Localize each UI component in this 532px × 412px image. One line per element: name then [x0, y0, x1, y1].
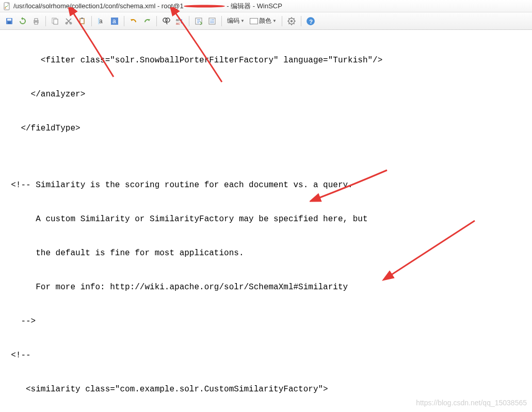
code-line: A custom Similarity or SimilarityFactory…	[0, 213, 532, 225]
a-right-icon[interactable]: a	[108, 15, 121, 27]
separator	[124, 16, 124, 26]
editor-content[interactable]: <filter class="solr.SnowballPorterFilter…	[0, 30, 532, 412]
cut-icon[interactable]	[62, 15, 75, 27]
caret-icon: ▼	[240, 19, 245, 23]
separator	[189, 16, 189, 26]
watermark-text: https://blog.csdn.net/qq_15038565	[416, 399, 527, 407]
code-line: <!--	[0, 350, 532, 361]
code-line: For more info: http://wiki.apache.org/so…	[0, 282, 532, 293]
separator	[45, 16, 46, 26]
encoding-dropdown[interactable]: 编码 ▼	[225, 15, 247, 27]
svg-point-27	[291, 20, 293, 22]
svg-rect-13	[80, 19, 84, 23]
window-title: /usr/local/solrhome/collection1/conf/sch…	[13, 2, 180, 10]
save-icon[interactable]	[3, 15, 15, 27]
svg-rect-7	[35, 22, 38, 24]
window-title-suffix: - 编辑器 - WinSCP	[225, 2, 282, 11]
code-line: <filter class="solr.SnowballPorterFilter…	[0, 55, 532, 66]
reload-icon[interactable]	[17, 15, 29, 27]
svg-point-1	[5, 7, 6, 8]
svg-text:ab: ab	[176, 18, 180, 22]
separator	[91, 16, 92, 26]
separator	[301, 16, 301, 26]
color-swatch-icon	[250, 18, 258, 24]
color-dropdown[interactable]: 颜色 ▼	[248, 15, 279, 27]
format-icon[interactable]	[206, 15, 218, 27]
print-icon[interactable]	[30, 15, 42, 27]
code-line: -->	[0, 316, 532, 327]
undo-icon[interactable]	[127, 15, 140, 27]
app-icon	[3, 2, 11, 10]
redacted-host: 1	[180, 2, 224, 10]
settings-icon[interactable]	[285, 15, 298, 27]
svg-rect-6	[35, 19, 38, 21]
svg-rect-16	[98, 18, 100, 24]
code-line: the default is fine for most application…	[0, 248, 532, 259]
color-label: 颜色	[259, 17, 271, 25]
svg-text:?: ?	[309, 18, 313, 24]
redo-icon[interactable]	[141, 15, 153, 27]
title-bar: /usr/local/solrhome/collection1/conf/sch…	[0, 0, 532, 12]
svg-text:a: a	[112, 18, 116, 25]
svg-point-20	[166, 18, 170, 22]
svg-rect-9	[54, 19, 58, 24]
copy-icon[interactable]	[49, 15, 61, 27]
separator	[282, 16, 282, 26]
a-left-icon[interactable]: a	[95, 15, 107, 27]
svg-rect-3	[7, 19, 11, 21]
separator	[221, 16, 222, 26]
code-line: </analyzer>	[0, 89, 532, 100]
find-icon[interactable]	[160, 15, 172, 27]
paste-icon[interactable]	[76, 15, 88, 27]
encoding-label: 编码	[227, 17, 239, 25]
svg-rect-25	[210, 19, 212, 20]
goto-icon[interactable]	[192, 15, 205, 27]
svg-text:a: a	[99, 18, 103, 25]
toolbar: a a abac 编码 ▼ 颜色 ▼ ?	[0, 12, 532, 30]
svg-rect-14	[81, 18, 83, 19]
code-line: <similarity class="com.example.solr.Cust…	[0, 384, 532, 395]
code-line: <!-- Similarity is the scoring routine f…	[0, 179, 532, 191]
caret-icon: ▼	[272, 19, 277, 23]
help-icon[interactable]: ?	[304, 15, 317, 27]
replace-icon[interactable]: abac	[173, 15, 186, 27]
separator	[156, 16, 157, 26]
svg-rect-4	[8, 22, 11, 24]
svg-text:ac: ac	[176, 22, 180, 25]
code-line: </fieldType>	[0, 123, 532, 134]
